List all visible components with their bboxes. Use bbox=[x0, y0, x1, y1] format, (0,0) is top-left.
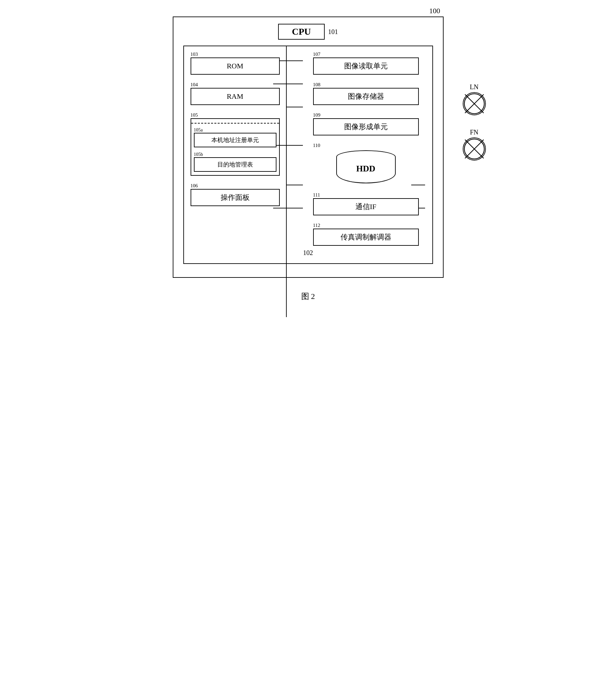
rom-row: 103 ROM bbox=[191, 52, 293, 75]
page-wrapper: 100 CPU 101 bbox=[159, 6, 457, 302]
hdd-block: HDD bbox=[333, 149, 399, 185]
net-LN: LN bbox=[463, 83, 486, 115]
net-FN-svg bbox=[463, 138, 485, 160]
net-LN-label: LN bbox=[470, 83, 479, 91]
comp-112-block: 传真调制解调器 bbox=[313, 228, 419, 246]
hdd-110-ref: 110 bbox=[313, 143, 320, 148]
comp-109-row: 109 图像形成单元 bbox=[313, 112, 426, 135]
cpu-row: CPU 101 bbox=[183, 24, 433, 40]
main-box: CPU 101 bbox=[173, 17, 444, 278]
net-FN-label: FN bbox=[470, 129, 479, 136]
figure-caption: 图 2 bbox=[301, 291, 315, 302]
rom-block: ROM bbox=[191, 57, 280, 75]
left-col: 103 ROM 104 RAM 105 bbox=[191, 52, 296, 246]
net-LN-circle bbox=[463, 92, 486, 115]
comp-111-row: 111 通信IF bbox=[313, 192, 426, 215]
net-LN-svg bbox=[463, 93, 485, 115]
module-105-ref: 105 bbox=[191, 112, 198, 118]
module-105-row: 105 105a 本机地址注册单元 bbox=[191, 112, 293, 176]
module-105b-wrap: 105b 目的地管理表 bbox=[194, 152, 276, 172]
ram-ref: 104 bbox=[191, 82, 198, 87]
comp-108-row: 108 图像存储器 bbox=[313, 82, 426, 105]
two-col: 103 ROM 104 RAM 105 bbox=[191, 52, 426, 246]
hdd-cylinder: HDD bbox=[336, 150, 396, 183]
ram-block: RAM bbox=[191, 88, 280, 105]
comp-112-row: 112 传真调制解调器 bbox=[313, 223, 426, 246]
panel-106-ref: 106 bbox=[191, 183, 198, 189]
panel-106-row: 106 操作面板 bbox=[191, 183, 293, 206]
comp-107-row: 107 图像读取单元 bbox=[313, 52, 426, 75]
module-105a-block: 本机地址注册单元 bbox=[194, 133, 276, 147]
comp-109-block: 图像形成单元 bbox=[313, 118, 419, 135]
module-dashed bbox=[191, 119, 279, 123]
net-FN-circle bbox=[463, 137, 486, 160]
comp-107-block: 图像读取单元 bbox=[313, 57, 419, 75]
module-105b-ref: 105b bbox=[194, 152, 203, 157]
module-105a-wrap: 105a 本机地址注册单元 bbox=[194, 128, 276, 147]
hdd-110-row: 110 HDD bbox=[313, 143, 426, 185]
outer-label: 100 bbox=[429, 6, 440, 15]
hdd-label: HDD bbox=[356, 164, 376, 174]
comp-112-ref: 112 bbox=[313, 223, 320, 228]
module-inner: 105a 本机地址注册单元 105b 目的地管理表 bbox=[191, 125, 279, 175]
system-box-ref: 102 bbox=[191, 249, 426, 257]
module-105a-ref: 105a bbox=[194, 128, 203, 133]
network-nodes: LN FN bbox=[463, 83, 486, 160]
comp-111-block: 通信IF bbox=[313, 198, 419, 215]
comp-108-block: 图像存储器 bbox=[313, 88, 419, 105]
net-FN: FN bbox=[463, 129, 486, 160]
cpu-ref: 101 bbox=[328, 28, 338, 36]
rom-ref: 103 bbox=[191, 52, 198, 57]
comp-108-ref: 108 bbox=[313, 82, 321, 87]
comp-107-ref: 107 bbox=[313, 52, 321, 57]
ram-row: 104 RAM bbox=[191, 82, 293, 105]
module-105b-block: 目的地管理表 bbox=[194, 157, 276, 172]
cpu-block: CPU bbox=[278, 24, 325, 40]
panel-106-block: 操作面板 bbox=[191, 189, 280, 206]
system-box: 103 ROM 104 RAM 105 bbox=[183, 46, 433, 264]
right-col: 107 图像读取单元 108 图像存储器 109 bbox=[296, 52, 426, 246]
comp-111-ref: 111 bbox=[313, 192, 320, 198]
comp-109-ref: 109 bbox=[313, 112, 321, 118]
module-105-box: 105a 本机地址注册单元 105b 目的地管理表 bbox=[191, 118, 280, 176]
